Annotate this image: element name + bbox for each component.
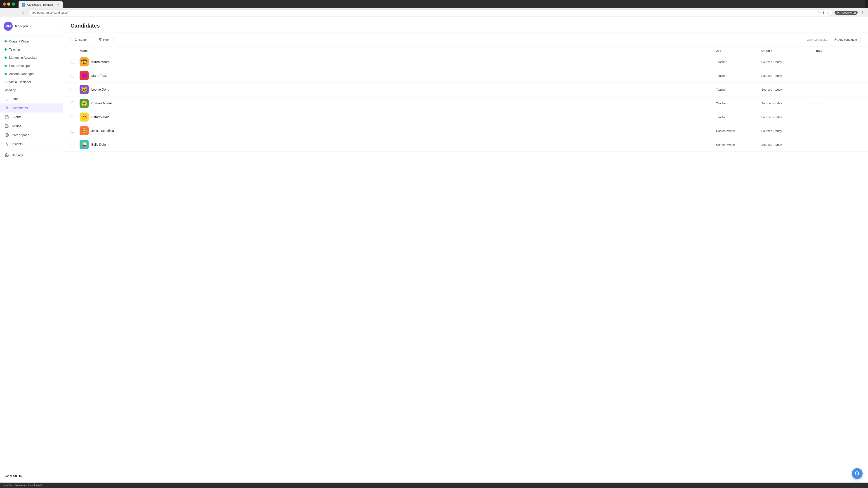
svg-point-14: [855, 472, 859, 475]
origin-cell: Sourced · today: [761, 102, 815, 105]
job-item-web-developer[interactable]: Web Developer: [0, 62, 63, 70]
job-status-dot: [4, 65, 7, 67]
row-checkbox[interactable]: [70, 101, 80, 105]
search-icon: [74, 38, 78, 41]
toolbar: Search Filter 16 of 16 results Add candi…: [63, 33, 868, 47]
star-icon[interactable]: ☆: [818, 11, 821, 14]
org-label[interactable]: Moodjoy ▾: [4, 88, 59, 92]
tab-close-button[interactable]: ✕: [56, 3, 60, 6]
add-candidate-button[interactable]: Add candidate: [830, 36, 861, 43]
job-item-account-manager[interactable]: Account Manager: [0, 70, 63, 78]
candidate-avatar: 🤠: [80, 57, 89, 66]
sidebar-item-settings[interactable]: Settings: [0, 151, 63, 160]
table-row[interactable]: 😈 Marie Tess Teacher Sourced · today -: [63, 69, 868, 83]
table-rows: 🤠 Karen Moore Teacher Sourced · today - …: [63, 55, 868, 152]
forward-button[interactable]: →: [11, 9, 18, 16]
table-row[interactable]: 😊 Sammy Dale Teacher Sourced · today -: [63, 110, 868, 124]
job-item-visual-designer[interactable]: Visual Designer: [0, 78, 63, 86]
org-section: Moodjoy ▾: [0, 86, 63, 94]
user-info[interactable]: MM Moodjoy ▼: [4, 22, 32, 31]
sidebar-toggle-icon[interactable]: ▤: [827, 11, 829, 14]
sidebar-item-candidates[interactable]: Candidates: [0, 103, 63, 112]
table-row[interactable]: 😺 Loonie Dong Teacher Sourced · today -: [63, 83, 868, 96]
tab-bar: H Candidates · Homerun ✕ +: [19, 0, 865, 8]
job-item-content-writer[interactable]: Content Writer: [0, 37, 63, 45]
job-item-teacher[interactable]: Teacher: [0, 45, 63, 54]
sidebar: MM Moodjoy ▼ 《 Content Writer Teacher Ma…: [0, 17, 63, 483]
sidebar-item-jobs[interactable]: ⊞ Jobs: [0, 94, 63, 103]
sidebar-item-insights[interactable]: Insights: [0, 140, 63, 149]
sidebar-item-todos[interactable]: To-dos: [0, 122, 63, 131]
row-checkbox[interactable]: [70, 88, 80, 91]
job-column-header[interactable]: Job: [716, 49, 761, 53]
candidate-name: Marie Tess: [91, 74, 106, 77]
job-status-dot: [4, 40, 7, 42]
url-bar[interactable]: app.homerun.co/candidates/ ☆ ⬇ ▤: [29, 9, 832, 16]
candidate-avatar: 😈: [80, 71, 89, 80]
svg-rect-1: [5, 116, 8, 119]
new-tab-button[interactable]: +: [64, 2, 70, 8]
tags-cell: -: [815, 143, 861, 147]
candidates-icon: [4, 106, 9, 110]
search-fab-button[interactable]: [852, 468, 863, 479]
table-row[interactable]: 😜 Bella Dale Content Writer Sourced · to…: [63, 138, 868, 152]
active-tab[interactable]: H Candidates · Homerun ✕: [19, 1, 63, 8]
url-bar-icons: ☆ ⬇ ▤: [818, 11, 829, 14]
main-content: Candidates Search Filter 16 of 16 result…: [63, 17, 868, 483]
tags-column-header: Tags: [815, 49, 861, 53]
search-button[interactable]: Search: [70, 36, 92, 43]
svg-point-11: [835, 38, 836, 39]
status-url: https://app.homerun.co/candidates/: [3, 484, 41, 487]
candidate-avatar: 🤗: [80, 99, 89, 108]
job-status-dot: [4, 73, 7, 75]
job-cell: Content Writer: [716, 143, 761, 147]
status-bar: https://app.homerun.co/candidates/: [0, 483, 868, 488]
app-container: MM Moodjoy ▼ 《 Content Writer Teacher Ma…: [0, 17, 868, 483]
candidates-table: Name Job Origin ▾ Tags 🤠 Karen Moore: [63, 47, 868, 483]
name-column-header[interactable]: Name: [80, 49, 716, 53]
tab-title: Candidates · Homerun: [27, 3, 54, 6]
row-checkbox[interactable]: [70, 115, 80, 119]
tab-favicon: H: [22, 3, 25, 6]
job-item-marketing-associate[interactable]: Marketing Associate: [0, 54, 63, 62]
job-cell: Teacher: [716, 116, 761, 119]
svg-line-9: [76, 40, 77, 41]
sidebar-footer: HOMERUN: [0, 470, 63, 483]
candidate-name: Sammy Dale: [91, 115, 110, 119]
filter-button[interactable]: Filter: [95, 36, 114, 43]
events-icon: [4, 115, 9, 119]
candidate-info: 😊 Sammy Dale: [80, 112, 716, 122]
origin-cell: Sourced · today: [761, 74, 815, 77]
row-checkbox[interactable]: [70, 143, 80, 147]
page-title: Candidates: [70, 23, 861, 29]
download-icon[interactable]: ⬇: [822, 11, 825, 14]
insights-icon: [4, 142, 9, 147]
table-row[interactable]: 🤠 Karen Moore Teacher Sourced · today -: [63, 55, 868, 69]
candidate-info: 🤠 Karen Moore: [80, 57, 716, 66]
maximize-button[interactable]: +: [12, 2, 15, 6]
row-checkbox[interactable]: [70, 129, 80, 133]
origin-column-header[interactable]: Origin ▾: [761, 49, 815, 53]
close-button[interactable]: ✕: [3, 2, 6, 6]
back-button[interactable]: ←: [3, 9, 9, 16]
sidebar-header: MM Moodjoy ▼ 《: [0, 17, 63, 35]
browser-chrome: ✕ − + H Candidates · Homerun ✕ + ← → ↻ a…: [0, 0, 868, 17]
window-controls: ✕ − +: [3, 2, 15, 6]
row-checkbox[interactable]: [70, 60, 80, 64]
sidebar-item-events[interactable]: Events: [0, 112, 63, 122]
minimize-button[interactable]: −: [7, 2, 10, 6]
row-checkbox[interactable]: [70, 74, 80, 77]
job-list: Content Writer Teacher Marketing Associa…: [0, 35, 63, 470]
collapse-sidebar-button[interactable]: 《: [53, 23, 59, 29]
svg-point-8: [75, 38, 77, 40]
browser-menu-button[interactable]: ⋮: [860, 9, 865, 15]
sidebar-item-career-page[interactable]: Career page: [0, 131, 63, 140]
table-row[interactable]: 🤗 Cheska Moore Teacher Sourced · today -: [63, 96, 868, 110]
reload-button[interactable]: ↻: [20, 9, 26, 16]
tags-cell: -: [815, 116, 861, 119]
svg-point-0: [6, 107, 7, 108]
username-caret: ▼: [30, 25, 32, 28]
table-header: Name Job Origin ▾ Tags: [63, 47, 868, 55]
candidate-info: 🤩 Jessie Mendiola: [80, 126, 716, 135]
table-row[interactable]: 🤩 Jessie Mendiola Content Writer Sourced…: [63, 124, 868, 138]
